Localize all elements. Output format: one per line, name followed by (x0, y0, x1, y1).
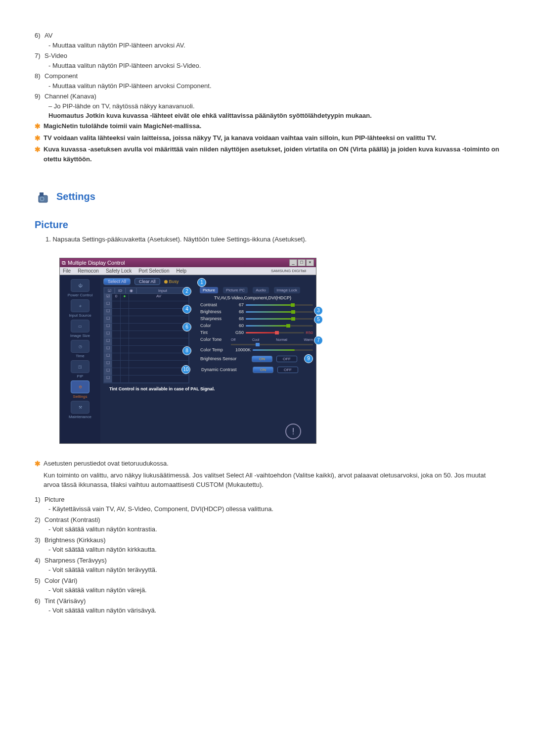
main-panel: Select All Clear All Busy ☑ ID ◉ Input ☑… (100, 275, 316, 443)
col-check: ☑ (104, 287, 115, 294)
slider-contrast[interactable]: Contrast673 (200, 302, 313, 307)
callout-2: 2 (182, 287, 191, 296)
item-9-desc: – Jo PIP-lähde on TV, näytössä näkyy kan… (48, 101, 499, 111)
imagesize-icon: ▭ (71, 320, 89, 332)
item-8-title: Component (44, 72, 78, 80)
slider-color[interactable]: Color60 (200, 323, 313, 328)
slider-colortone[interactable]: Color Tone OffCoolNormalWarm 7 (200, 337, 313, 342)
pip-icon: ◳ (71, 360, 89, 373)
table-row[interactable]: ☐ (104, 316, 189, 324)
brand-label: SAMSUNG DIGITall (193, 269, 306, 273)
sidebar-item-pip[interactable]: ◳PIP (63, 360, 97, 378)
callout-10: 10 (181, 365, 190, 374)
maximize-button[interactable]: □ (298, 259, 306, 266)
callout-7: 7 (314, 336, 323, 345)
minimize-button[interactable]: _ (289, 259, 297, 266)
settings-title: Settings (56, 191, 95, 202)
tab-imagelock[interactable]: Image Lock (274, 287, 300, 293)
select-all-button[interactable]: Select All (103, 278, 131, 285)
bl-5-title: Color (Väri) (44, 577, 77, 584)
picture-heading: Picture (35, 219, 499, 231)
brightness-sensor-on[interactable]: ON (252, 356, 272, 362)
callout-9: 9 (304, 354, 313, 363)
col-status: ◉ (126, 287, 136, 294)
footer-note: Tint Control is not available in case of… (103, 383, 313, 394)
table-row[interactable]: ☐ (104, 301, 189, 309)
table-row[interactable]: ☐ (104, 331, 189, 338)
tab-audio[interactable]: Audio (253, 287, 268, 293)
table-row[interactable]: ☐ (104, 338, 189, 346)
star-note-3: ✱Kuva kuvassa -asetuksen avulla voi määr… (35, 144, 499, 164)
bl-2-desc: - Voit säätää valitun näytön kontrastia. (48, 524, 499, 534)
dynamic-contrast-row: 10 Dynamic Contrast ON OFF (200, 365, 313, 374)
menu-safetylock[interactable]: Safety Lock (106, 268, 132, 274)
info-paragraph: Kun toiminto on valittu, arvo näkyy liuk… (44, 471, 499, 490)
sidebar-item-power[interactable]: ⏻Power Control (63, 279, 97, 297)
table-row[interactable]: ☐ (104, 376, 189, 383)
item-7-num: 7) (35, 51, 44, 61)
source-label: TV,AV,S-Video,Component,DVI(HDCP) (192, 295, 313, 300)
brightness-sensor-off[interactable]: OFF (276, 356, 297, 362)
callout-4: 4 (182, 305, 191, 314)
item-9-title: Channel (Kanava) (44, 93, 96, 100)
callout-5: 5 (314, 315, 323, 324)
bl-6-desc: - Voit säätää valitun näytön värisävyä. (48, 606, 499, 615)
item-6-title: AV (44, 32, 52, 39)
table-row[interactable]: ☐ (104, 368, 189, 376)
callout-1: 1 (197, 278, 206, 287)
table-row[interactable]: ☐ (104, 309, 189, 316)
dynamic-contrast-off[interactable]: OFF (277, 367, 298, 373)
table-row[interactable]: ☐ (104, 324, 189, 331)
busy-indicator: Busy (164, 279, 179, 284)
menu-help[interactable]: Help (176, 268, 186, 274)
col-input: Input (136, 287, 189, 294)
star-icon: ✱ (35, 144, 41, 155)
settings-icon: ⚙ (71, 380, 89, 393)
top-pip-list: 6)AV- Muuttaa valitun näytön PIP-lähteen… (35, 31, 499, 119)
tab-picture[interactable]: Picture (200, 287, 218, 293)
settings-gear-icon (35, 189, 50, 204)
bl-3-title: Brightness (Kirkkaus) (44, 536, 106, 544)
app-screenshot: ⧉ Multiple Display Control _ □ × File Re… (59, 258, 316, 444)
item-6-desc: - Muuttaa valitun näytön PIP-lähteen arv… (48, 41, 499, 50)
table-row[interactable]: ☑0●AV (104, 294, 189, 301)
star-icon: ✱ (35, 133, 41, 143)
sidebar-item-settings[interactable]: ⚙Settings (63, 380, 97, 399)
tab-picture-pc[interactable]: Picture PC (223, 287, 248, 293)
bl-3-desc: - Voit säätää valitun näytön kirkkautta. (48, 545, 499, 555)
star-note-2: ✱TV voidaan valita lähteeksi vain laitte… (35, 133, 499, 143)
callout-8: 8 (182, 346, 191, 355)
bl-4-title: Sharpness (Terävyys) (44, 557, 107, 564)
table-row[interactable]: ☐ (104, 353, 189, 361)
bl-1-title: Picture (44, 496, 64, 503)
clear-all-button[interactable]: Clear All (134, 278, 160, 285)
star-note-1: ✱MagicNetin tulolähde toimii vain MagicN… (35, 121, 499, 131)
brightness-sensor-row: Brightness Sensor ON OFF 9 (200, 354, 313, 363)
warning-icon: ! (285, 424, 301, 439)
menu-remocon[interactable]: Remocon (78, 268, 99, 274)
close-button[interactable]: × (306, 259, 314, 266)
item-8-num: 8) (35, 71, 44, 81)
dynamic-contrast-on[interactable]: ON (253, 367, 273, 373)
sidebar-item-input[interactable]: ⎆Input Source (63, 299, 97, 318)
bl-6-title: Tint (Värisävy) (44, 597, 86, 605)
menu-file[interactable]: File (63, 268, 71, 274)
slider-tint[interactable]: TintG50R50 (200, 330, 313, 335)
sidebar-item-imagesize[interactable]: ▭Image Size (63, 320, 97, 338)
menu-portselection[interactable]: Port Selection (138, 268, 169, 274)
item-7-title: S-Video (44, 52, 67, 59)
slider-colortemp[interactable]: Color Temp10000K (200, 347, 313, 352)
bl-4-desc: - Voit säätää valitun näytön terävyyttä. (48, 565, 499, 575)
settings-header: Settings (35, 189, 499, 204)
sidebar-item-time[interactable]: ◷Time (63, 340, 97, 358)
table-row[interactable]: ☐ (104, 346, 189, 353)
note-bold: Huomautus Jotkin kuva kuvassa -lähteet e… (48, 112, 499, 119)
item-9-num: 9) (35, 92, 44, 101)
slider-sharpness[interactable]: Sharpness685 (200, 316, 313, 321)
bottom-list: 1)Picture- Käytettävissä vain TV, AV, S-… (35, 495, 499, 615)
item-6-num: 6) (35, 31, 44, 41)
table-row[interactable]: ☐ (104, 361, 189, 368)
menubar: File Remocon Safety Lock Port Selection … (60, 267, 316, 275)
sidebar-item-maintenance[interactable]: ⚒Maintenance (63, 401, 97, 419)
slider-brightness[interactable]: Brightness68 (200, 309, 313, 314)
